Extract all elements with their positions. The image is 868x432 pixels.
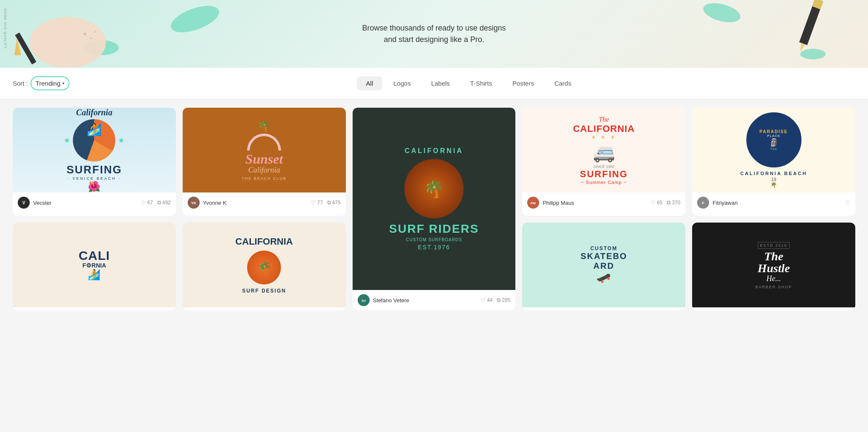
copies-stat: ⧉ 492 [157,199,171,206]
filter-tabs: All Logos Labels T-Shirts Posters Cards [357,76,581,90]
cali-text2-fonia: F⚙RNIA [78,262,110,269]
design-grid: California ★ 🏄 ★ SURFING · VENICE BEACH … [0,99,868,319]
tab-all[interactable]: All [357,76,383,90]
card-hustle-barber[interactable]: ESTD 2016 GOOD OLD QUALITY TheHustle He.… [692,223,855,310]
tab-cards[interactable]: Cards [545,76,581,90]
copies-count-sunset: 475 [332,200,341,206]
svg-text:V: V [22,201,25,205]
cs-camp: ~ Summer Camp ~ [573,180,635,185]
avatar-yvonne: YK [188,197,200,209]
surfing-title-main: SURFING [64,163,125,176]
cs-rays: ☀ ☀ ☀ [573,134,635,140]
heart-icon-paradise: ♡ [845,200,850,206]
card-stats-philipp: ♡ 65 ⧉ 370 [651,199,680,206]
sunset-club: THE BEACH CLUB [242,176,287,181]
palm-surfriders-icon: 🌴 [423,179,445,199]
card-stats-sunset: ♡ 77 ⧉ 475 [311,199,340,206]
likes-count: 67 [147,200,153,206]
c2-sun-circle: 🌴 [247,251,281,284]
card-author-fitriyawan: F Fitriyawan [697,197,737,209]
card-skateboard[interactable]: CUSTOM SKATEBO ARD 🛹 [522,223,685,310]
card-stats-paradise: ♡ [845,200,850,206]
copies-stat-sunset: ⧉ 475 [327,199,341,206]
card-image-surfriders: CALIFORNIA 🌴 SURF RIDERS CUSTOM SURFBOAR… [353,108,516,290]
copies-stat-sr: ⧉ 285 [497,297,510,304]
flower-icon: 🌺 [64,181,125,192]
pp-year: 19 [740,177,807,182]
svg-point-6 [95,31,96,33]
surfer-icon: 🏄 [87,123,102,137]
avatar-philipp: PM [527,197,539,209]
svg-marker-9 [798,43,805,52]
likes-stat-paradise: ♡ [845,200,850,206]
card-image-sunset: 🌴 Sunset California THE BEACH CLUB [183,108,346,192]
hs-he: He... [755,274,792,283]
card-california-text2[interactable]: CALI F⚙RNIA 🏄 [13,223,176,310]
sort-label: Sort : [13,80,28,87]
card-image-cali-surf: The CALIFORNIA ☀ ☀ ☀ 🚐 SINCE 1992 SURFIN… [522,108,685,192]
c2-subtitle: SURF DESIGN [235,288,293,294]
pp-place-text: PLACE [760,134,788,138]
pp-paradise-text: PARADISE [760,129,788,134]
hs-estd: ESTD 2016 [758,242,790,249]
surfing-title-top: California [64,108,125,117]
sr-title: SURF RIDERS [389,223,479,236]
cali-text2-title: CALI [78,249,110,262]
author-name-stefano: Stefano Vetere [373,297,409,304]
author-name-vecster: Vecster [33,200,51,206]
hs-the-hustle: TheHustle [755,251,792,274]
hero-line1: Browse thousands of ready to use designs [362,22,506,34]
card-image-hustle: ESTD 2016 GOOD OLD QUALITY TheHustle He.… [692,223,855,307]
card-paradise-place[interactable]: PARADISE PLACE 🗿 The CALIFORNIA BEACH 19… [692,108,855,216]
card-surfing-venice[interactable]: California ★ 🏄 ★ SURFING · VENICE BEACH … [13,108,176,216]
palm-icon: 🌴 [242,120,287,132]
likes-stat: ♡ 67 [141,200,153,206]
heart-icon: ♡ [141,200,146,206]
sk-skateboard: SKATEBO [581,251,627,261]
card-footer-surfing: V Vecster ♡ 67 ⧉ 492 [13,192,176,213]
cs-the: The [573,116,635,123]
sunset-sub: California [242,166,287,175]
tab-labels[interactable]: Labels [422,76,459,90]
cs-since: SINCE 1992 [573,164,635,169]
avatar-vecster: V [18,197,30,209]
card-california-surf2[interactable]: CALIFORNIA 🌴 SURF DESIGN [183,223,346,310]
sort-dropdown[interactable]: Trending ▾ [31,76,70,90]
copy-icon-sunset: ⧉ [327,199,331,206]
svg-point-5 [90,37,92,39]
tab-tshirts[interactable]: T-Shirts [461,76,501,90]
cs-surfing: SURFING [573,169,635,180]
svg-text:PM: PM [531,201,536,205]
sr-custom: CUSTOM SURFBOARDS [389,237,479,242]
filter-bar: Sort : Trending ▾ All Logos Labels T-Shi… [0,68,868,99]
tab-logos[interactable]: Logos [384,76,420,90]
hero-line2: and start designing like a Pro. [362,34,506,45]
card-sunset-california[interactable]: 🌴 Sunset California THE BEACH CLUB YK Yv… [183,108,346,216]
star-icon: ★ [64,136,70,145]
card-stats-surfing: ♡ 67 ⧉ 492 [141,199,170,206]
card-author-philipp: PM Philipp Maus [527,197,574,209]
cs-california: CALIFORNIA [573,123,635,134]
card-author-yvonne: YK Yvonne K [188,197,227,209]
pp-the: The [760,147,788,151]
copies-count-sr: 285 [502,297,510,303]
copies-count-pm: 370 [672,200,680,206]
hero-right-illustration [720,0,868,68]
tab-posters[interactable]: Posters [503,76,543,90]
card-image-skate: CUSTOM SKATEBO ARD 🛹 [522,223,685,307]
surfing-subtitle: · VENICE BEACH · [64,176,125,181]
svg-text:F: F [702,201,704,205]
hs-barber-shop: BARBER SHOP [755,285,792,289]
card-image-cali-text2: CALI F⚙RNIA 🏄 [13,223,176,307]
copies-stat-pm: ⧉ 370 [667,199,680,206]
hero-banner: Browse thousands of ready to use designs… [0,0,868,68]
svg-point-4 [83,33,86,35]
card-cali-surf-camp[interactable]: The CALIFORNIA ☀ ☀ ☀ 🚐 SINCE 1992 SURFIN… [522,108,685,216]
palm-paradise-icon: 🌴 [740,182,807,188]
heart-icon-sunset: ♡ [311,200,316,206]
sk-custom: CUSTOM [581,245,627,251]
svg-text:SV: SV [361,299,366,303]
card-surf-riders[interactable]: CALIFORNIA 🌴 SURF RIDERS CUSTOM SURFBOAR… [353,108,516,310]
svg-text:YK: YK [191,201,197,205]
card-footer-cali-surf: PM Philipp Maus ♡ 65 ⧉ 370 [522,192,685,213]
